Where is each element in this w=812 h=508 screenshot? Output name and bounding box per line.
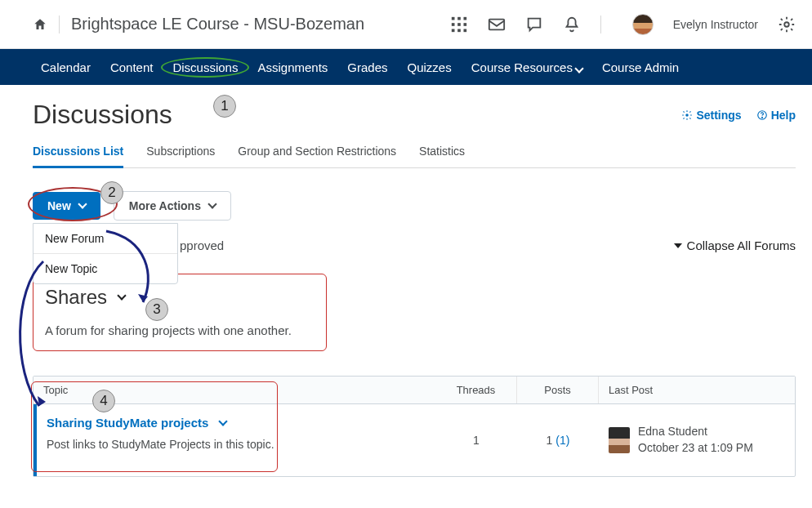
dd-new-topic[interactable]: New Topic bbox=[33, 254, 177, 283]
td-topic: Sharing StudyMate projects Post links to… bbox=[37, 404, 435, 476]
main: Discussions Settings Help Discussions Li… bbox=[0, 85, 812, 477]
th-posts: Posts bbox=[517, 377, 599, 403]
table-row: Sharing StudyMate projects Post links to… bbox=[33, 404, 795, 476]
chat-icon[interactable] bbox=[525, 16, 543, 33]
nav-content[interactable]: Content bbox=[102, 52, 162, 82]
divider bbox=[600, 16, 601, 33]
action-row: New New Forum New Topic More Actions bbox=[33, 191, 796, 221]
help-icon bbox=[756, 109, 768, 121]
last-post-time: October 23 at 1:09 PM bbox=[638, 440, 753, 457]
tab-group-restrictions[interactable]: Group and Section Restrictions bbox=[238, 145, 396, 167]
avatar bbox=[609, 427, 630, 453]
new-dropdown: New Forum New Topic bbox=[33, 223, 178, 284]
topic-description: Post links to StudyMate Projects in this… bbox=[47, 438, 426, 451]
svg-rect-8 bbox=[463, 29, 466, 32]
gear-icon[interactable] bbox=[778, 16, 796, 33]
course-title[interactable]: Brightspace LE Course - MSU-Bozeman bbox=[71, 15, 364, 33]
chevron-down-icon bbox=[574, 64, 583, 73]
help-label: Help bbox=[771, 109, 796, 122]
new-button[interactable]: New bbox=[33, 192, 100, 220]
tab-statistics[interactable]: Statistics bbox=[419, 145, 465, 167]
sub-tabs: Discussions List Subscriptions Group and… bbox=[33, 145, 796, 168]
page-header: Discussions Settings Help bbox=[33, 100, 796, 130]
more-label: More Actions bbox=[129, 199, 201, 212]
more-actions-button[interactable]: More Actions bbox=[114, 191, 231, 221]
svg-point-13 bbox=[761, 117, 762, 118]
nav-grades[interactable]: Grades bbox=[339, 52, 395, 82]
svg-rect-6 bbox=[452, 29, 455, 32]
forum-title[interactable]: Shares bbox=[45, 286, 107, 309]
svg-rect-4 bbox=[457, 23, 461, 26]
svg-rect-0 bbox=[452, 16, 455, 20]
filter-partial: pproved bbox=[180, 238, 224, 252]
svg-rect-3 bbox=[452, 23, 455, 26]
new-label: New bbox=[47, 199, 71, 212]
svg-rect-5 bbox=[463, 23, 466, 26]
chevron-down-icon[interactable] bbox=[219, 417, 228, 426]
chevron-down-icon bbox=[207, 199, 216, 208]
svg-rect-7 bbox=[457, 29, 461, 32]
collapse-label: Collapse All Forums bbox=[687, 238, 796, 252]
topic-link[interactable]: Sharing StudyMate projects bbox=[47, 416, 226, 430]
top-bar: Brightspace LE Course - MSU-Bozeman Evel… bbox=[0, 0, 812, 49]
svg-point-10 bbox=[784, 22, 789, 27]
home-icon[interactable] bbox=[33, 17, 47, 32]
apps-icon[interactable] bbox=[450, 16, 468, 33]
collapse-all-button[interactable]: Collapse All Forums bbox=[674, 238, 796, 252]
nav-calendar[interactable]: Calendar bbox=[33, 52, 99, 82]
topic-title: Sharing StudyMate projects bbox=[47, 416, 208, 430]
svg-rect-9 bbox=[489, 19, 504, 29]
forum-shares: Shares A forum for sharing projects with… bbox=[33, 274, 327, 351]
divider bbox=[59, 16, 60, 33]
help-link[interactable]: Help bbox=[756, 109, 796, 122]
settings-link[interactable]: Settings bbox=[681, 109, 741, 122]
mail-icon[interactable] bbox=[488, 16, 506, 33]
th-topic: Topic bbox=[33, 377, 435, 403]
course-nav: Calendar Content Discussions Assignments… bbox=[0, 49, 812, 85]
page-actions: Settings Help bbox=[681, 109, 796, 122]
td-last-post: Edna Student October 23 at 1:09 PM bbox=[599, 404, 795, 476]
gear-icon bbox=[681, 109, 693, 121]
svg-rect-1 bbox=[457, 16, 461, 20]
posts-new-link[interactable]: (1) bbox=[555, 434, 569, 447]
settings-label: Settings bbox=[696, 109, 741, 122]
nav-discussions[interactable]: Discussions bbox=[164, 52, 246, 82]
top-right-controls: Evelyn Instructor bbox=[450, 14, 796, 35]
table-header: Topic Threads Posts Last Post bbox=[33, 377, 795, 404]
td-threads: 1 bbox=[435, 404, 517, 476]
nav-assignments[interactable]: Assignments bbox=[249, 52, 336, 82]
last-post-user: Edna Student bbox=[638, 424, 753, 440]
svg-rect-2 bbox=[463, 16, 466, 20]
th-last-post: Last Post bbox=[599, 377, 795, 403]
forum-description: A forum for sharing projects with one an… bbox=[45, 323, 311, 337]
nav-course-resources[interactable]: Course Resources bbox=[463, 52, 591, 82]
avatar[interactable] bbox=[632, 14, 654, 35]
td-posts: 1 (1) bbox=[517, 404, 599, 476]
page-title: Discussions bbox=[33, 100, 172, 130]
topics-table: Topic Threads Posts Last Post Sharing St… bbox=[33, 376, 796, 477]
chevron-down-icon[interactable] bbox=[117, 291, 126, 300]
bell-icon[interactable] bbox=[563, 16, 581, 33]
nav-course-admin[interactable]: Course Admin bbox=[594, 52, 687, 82]
dd-new-forum[interactable]: New Forum bbox=[33, 224, 177, 254]
triangle-down-icon bbox=[674, 243, 682, 248]
svg-point-11 bbox=[686, 114, 689, 117]
chevron-down-icon bbox=[78, 199, 87, 208]
tab-subscriptions[interactable]: Subscriptions bbox=[146, 145, 215, 167]
nav-quizzes[interactable]: Quizzes bbox=[399, 52, 460, 82]
user-name[interactable]: Evelyn Instructor bbox=[673, 18, 758, 31]
posts-count: 1 bbox=[547, 434, 553, 447]
tab-discussions-list[interactable]: Discussions List bbox=[33, 145, 123, 168]
th-threads: Threads bbox=[435, 377, 517, 403]
